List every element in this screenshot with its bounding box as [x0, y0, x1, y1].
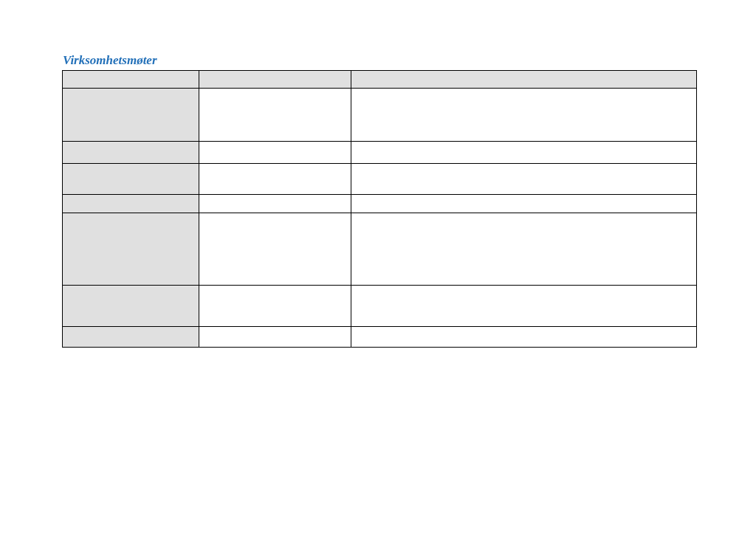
- table-cell: [63, 89, 199, 142]
- table-row: [63, 327, 697, 348]
- table-cell: [199, 89, 351, 142]
- table-header-cell: [351, 71, 696, 89]
- table-cell: [351, 327, 696, 348]
- table-row: [63, 89, 697, 142]
- table-row: [63, 286, 697, 327]
- table-cell: [199, 286, 351, 327]
- table-cell: [199, 195, 351, 213]
- table-row: [63, 164, 697, 195]
- table-cell: [199, 142, 351, 164]
- table-cell: [351, 195, 696, 213]
- table-header-cell: [63, 71, 199, 89]
- table-cell: [63, 286, 199, 327]
- table-header-row: [63, 71, 697, 89]
- meetings-table: [62, 70, 697, 348]
- table-header-cell: [199, 71, 351, 89]
- section-title: Virksomhetsmøter: [63, 53, 697, 68]
- table-cell: [63, 213, 199, 286]
- table-cell: [63, 142, 199, 164]
- table-cell: [199, 164, 351, 195]
- table-cell: [199, 327, 351, 348]
- table-row: [63, 213, 697, 286]
- table-cell: [351, 164, 696, 195]
- table-cell: [63, 327, 199, 348]
- table-cell: [351, 213, 696, 286]
- table-cell: [351, 286, 696, 327]
- table-cell: [63, 195, 199, 213]
- table-cell: [63, 164, 199, 195]
- table-cell: [351, 89, 696, 142]
- table-cell: [351, 142, 696, 164]
- table-row: [63, 142, 697, 164]
- table-row: [63, 195, 697, 213]
- table-cell: [199, 213, 351, 286]
